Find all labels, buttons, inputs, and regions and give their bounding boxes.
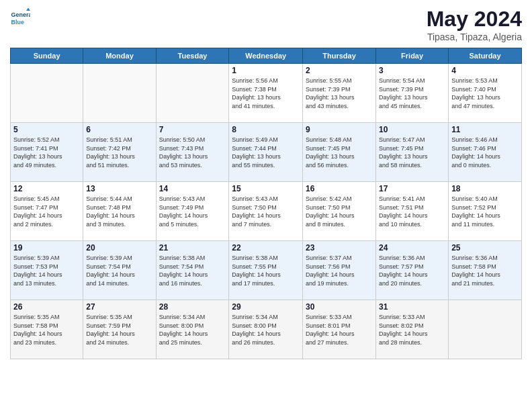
- table-row: 28Sunrise: 5:34 AM Sunset: 8:00 PM Dayli…: [156, 300, 229, 359]
- day-info: Sunrise: 5:45 AM Sunset: 7:47 PM Dayligh…: [13, 195, 80, 228]
- calendar-page: General Blue May 2024 Tipasa, Tipaza, Al…: [0, 0, 532, 411]
- svg-text:General: General: [11, 11, 31, 18]
- day-info: Sunrise: 5:42 AM Sunset: 7:50 PM Dayligh…: [306, 195, 373, 228]
- table-row: 31Sunrise: 5:33 AM Sunset: 8:02 PM Dayli…: [376, 300, 449, 359]
- day-info: Sunrise: 5:44 AM Sunset: 7:48 PM Dayligh…: [86, 195, 152, 228]
- table-row: 10Sunrise: 5:47 AM Sunset: 7:45 PM Dayli…: [376, 123, 449, 182]
- header-monday: Monday: [83, 48, 156, 64]
- day-number: 13: [86, 184, 152, 193]
- day-info: Sunrise: 5:40 AM Sunset: 7:52 PM Dayligh…: [451, 195, 519, 228]
- day-number: 16: [306, 184, 373, 193]
- day-number: 7: [159, 125, 226, 134]
- day-number: 11: [451, 125, 519, 134]
- day-number: 21: [159, 243, 226, 253]
- table-row: 3Sunrise: 5:54 AM Sunset: 7:39 PM Daylig…: [376, 64, 449, 123]
- table-row: 30Sunrise: 5:33 AM Sunset: 8:01 PM Dayli…: [303, 300, 376, 359]
- table-row: 14Sunrise: 5:43 AM Sunset: 7:49 PM Dayli…: [156, 182, 229, 241]
- table-row: 17Sunrise: 5:41 AM Sunset: 7:51 PM Dayli…: [376, 182, 449, 241]
- header-sunday: Sunday: [11, 48, 83, 64]
- day-info: Sunrise: 5:34 AM Sunset: 8:00 PM Dayligh…: [159, 313, 226, 347]
- header-wednesday: Wednesday: [229, 48, 303, 64]
- table-row: 22Sunrise: 5:38 AM Sunset: 7:55 PM Dayli…: [229, 241, 303, 300]
- day-info: Sunrise: 5:46 AM Sunset: 7:46 PM Dayligh…: [451, 136, 519, 169]
- table-row: 15Sunrise: 5:43 AM Sunset: 7:50 PM Dayli…: [229, 182, 303, 241]
- table-row: 19Sunrise: 5:39 AM Sunset: 7:53 PM Dayli…: [11, 241, 83, 300]
- day-number: 18: [451, 184, 519, 193]
- day-number: 8: [232, 125, 300, 134]
- table-row: 23Sunrise: 5:37 AM Sunset: 7:56 PM Dayli…: [303, 241, 376, 300]
- day-number: 9: [306, 125, 373, 134]
- calendar-week-row: 1Sunrise: 5:56 AM Sunset: 7:38 PM Daylig…: [11, 64, 522, 123]
- day-info: Sunrise: 5:52 AM Sunset: 7:41 PM Dayligh…: [13, 136, 80, 169]
- day-number: 2: [306, 66, 373, 75]
- day-number: 15: [232, 184, 300, 193]
- day-number: 20: [86, 243, 152, 253]
- day-info: Sunrise: 5:48 AM Sunset: 7:45 PM Dayligh…: [306, 136, 373, 169]
- day-number: 19: [13, 243, 80, 253]
- page-header: General Blue May 2024 Tipasa, Tipaza, Al…: [10, 7, 522, 42]
- day-info: Sunrise: 5:35 AM Sunset: 7:58 PM Dayligh…: [13, 313, 80, 347]
- month-title: May 2024: [427, 7, 522, 32]
- day-number: 17: [379, 184, 445, 193]
- header-tuesday: Tuesday: [156, 48, 229, 64]
- calendar-week-row: 5Sunrise: 5:52 AM Sunset: 7:41 PM Daylig…: [11, 123, 522, 182]
- day-info: Sunrise: 5:34 AM Sunset: 8:00 PM Dayligh…: [232, 313, 300, 347]
- header-friday: Friday: [376, 48, 449, 64]
- day-info: Sunrise: 5:33 AM Sunset: 8:01 PM Dayligh…: [306, 313, 373, 347]
- day-info: Sunrise: 5:47 AM Sunset: 7:45 PM Dayligh…: [379, 136, 445, 169]
- day-info: Sunrise: 5:37 AM Sunset: 7:56 PM Dayligh…: [306, 254, 373, 287]
- header-saturday: Saturday: [449, 48, 522, 64]
- day-info: Sunrise: 5:36 AM Sunset: 7:57 PM Dayligh…: [379, 254, 445, 287]
- table-row: 5Sunrise: 5:52 AM Sunset: 7:41 PM Daylig…: [11, 123, 83, 182]
- header-thursday: Thursday: [303, 48, 376, 64]
- day-number: 31: [379, 302, 445, 312]
- table-row: [156, 64, 229, 123]
- weekday-header-row: Sunday Monday Tuesday Wednesday Thursday…: [11, 48, 522, 64]
- day-info: Sunrise: 5:56 AM Sunset: 7:38 PM Dayligh…: [232, 77, 300, 110]
- day-info: Sunrise: 5:33 AM Sunset: 8:02 PM Dayligh…: [379, 313, 445, 347]
- day-number: 25: [451, 243, 519, 253]
- day-number: 26: [13, 302, 80, 312]
- day-info: Sunrise: 5:41 AM Sunset: 7:51 PM Dayligh…: [379, 195, 445, 228]
- table-row: 11Sunrise: 5:46 AM Sunset: 7:46 PM Dayli…: [449, 123, 522, 182]
- table-row: 2Sunrise: 5:55 AM Sunset: 7:39 PM Daylig…: [303, 64, 376, 123]
- day-info: Sunrise: 5:43 AM Sunset: 7:50 PM Dayligh…: [232, 195, 300, 228]
- table-row: 6Sunrise: 5:51 AM Sunset: 7:42 PM Daylig…: [83, 123, 156, 182]
- table-row: 24Sunrise: 5:36 AM Sunset: 7:57 PM Dayli…: [376, 241, 449, 300]
- table-row: 8Sunrise: 5:49 AM Sunset: 7:44 PM Daylig…: [229, 123, 303, 182]
- day-number: 5: [13, 125, 80, 134]
- calendar-week-row: 12Sunrise: 5:45 AM Sunset: 7:47 PM Dayli…: [11, 182, 522, 241]
- day-number: 12: [13, 184, 80, 193]
- day-number: 6: [86, 125, 152, 134]
- location: Tipasa, Tipaza, Algeria: [427, 32, 522, 42]
- day-info: Sunrise: 5:35 AM Sunset: 7:59 PM Dayligh…: [86, 313, 152, 347]
- day-number: 10: [379, 125, 445, 134]
- day-number: 4: [451, 66, 519, 75]
- table-row: 12Sunrise: 5:45 AM Sunset: 7:47 PM Dayli…: [11, 182, 83, 241]
- table-row: 13Sunrise: 5:44 AM Sunset: 7:48 PM Dayli…: [83, 182, 156, 241]
- table-row: 16Sunrise: 5:42 AM Sunset: 7:50 PM Dayli…: [303, 182, 376, 241]
- title-block: May 2024 Tipasa, Tipaza, Algeria: [427, 7, 522, 42]
- day-number: 24: [379, 243, 445, 253]
- day-number: 27: [86, 302, 152, 312]
- day-number: 3: [379, 66, 445, 75]
- calendar-week-row: 19Sunrise: 5:39 AM Sunset: 7:53 PM Dayli…: [11, 241, 522, 300]
- day-info: Sunrise: 5:38 AM Sunset: 7:54 PM Dayligh…: [159, 254, 226, 287]
- day-info: Sunrise: 5:38 AM Sunset: 7:55 PM Dayligh…: [232, 254, 300, 287]
- day-info: Sunrise: 5:51 AM Sunset: 7:42 PM Dayligh…: [86, 136, 152, 169]
- table-row: 26Sunrise: 5:35 AM Sunset: 7:58 PM Dayli…: [11, 300, 83, 359]
- table-row: 4Sunrise: 5:53 AM Sunset: 7:40 PM Daylig…: [449, 64, 522, 123]
- logo-icon: General Blue: [10, 7, 30, 27]
- table-row: [11, 64, 83, 123]
- day-info: Sunrise: 5:39 AM Sunset: 7:54 PM Dayligh…: [86, 254, 152, 287]
- day-number: 29: [232, 302, 300, 312]
- table-row: 29Sunrise: 5:34 AM Sunset: 8:00 PM Dayli…: [229, 300, 303, 359]
- day-info: Sunrise: 5:39 AM Sunset: 7:53 PM Dayligh…: [13, 254, 80, 287]
- day-info: Sunrise: 5:49 AM Sunset: 7:44 PM Dayligh…: [232, 136, 300, 169]
- day-number: 22: [232, 243, 300, 253]
- day-info: Sunrise: 5:55 AM Sunset: 7:39 PM Dayligh…: [306, 77, 373, 110]
- day-info: Sunrise: 5:53 AM Sunset: 7:40 PM Dayligh…: [451, 77, 519, 110]
- svg-text:Blue: Blue: [11, 19, 25, 26]
- day-number: 1: [232, 66, 300, 75]
- calendar-week-row: 26Sunrise: 5:35 AM Sunset: 7:58 PM Dayli…: [11, 300, 522, 359]
